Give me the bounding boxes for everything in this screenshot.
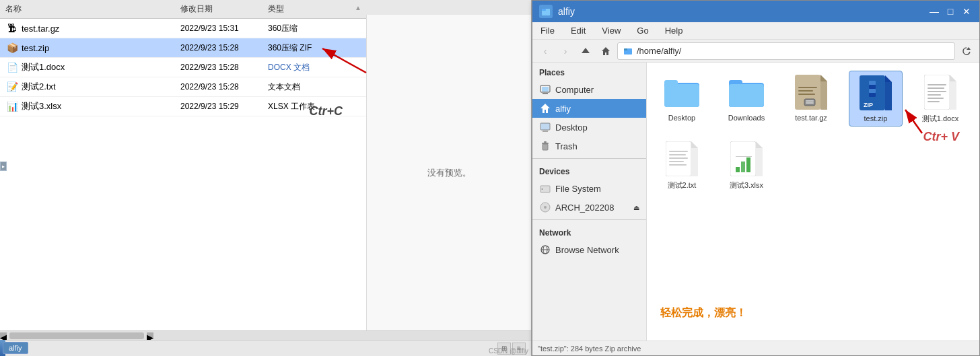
- scroll-right[interactable]: ▶: [147, 332, 153, 339]
- tar-gz-icon: [792, 73, 830, 111]
- svg-point-19: [542, 188, 543, 190]
- svg-rect-67: [669, 164, 687, 166]
- col-type-header: 类型: [262, 2, 343, 16]
- window-controls: — □ ✕: [928, 5, 973, 17]
- svg-rect-10: [542, 93, 548, 94]
- file-label: Desktop: [668, 114, 695, 122]
- close-button[interactable]: ✕: [960, 5, 973, 17]
- preview-text: 没有预览。: [427, 167, 471, 179]
- svg-marker-44: [885, 75, 892, 82]
- file-label: 测试1.docx: [922, 114, 958, 124]
- svg-rect-15: [542, 144, 548, 150]
- left-file-manager: ▸ 名称 修改日期 类型 ▲ 🗜 test.tar.gz 2022/9/23 1…: [0, 0, 532, 356]
- sidebar-item-desktop[interactable]: Desktop: [532, 118, 646, 137]
- svg-rect-73: [746, 157, 750, 172]
- svg-rect-48: [869, 89, 876, 93]
- svg-marker-35: [820, 75, 827, 81]
- svg-rect-55: [928, 87, 944, 89]
- network-icon: [539, 244, 551, 256]
- sidebar-item-alfiy[interactable]: alfiy: [532, 99, 646, 118]
- svg-rect-32: [729, 84, 764, 107]
- list-item[interactable]: Downloads: [720, 71, 773, 127]
- nav-up-button[interactable]: [577, 42, 594, 60]
- file-name-cell: 📊 测试3.xlsx: [0, 98, 175, 114]
- menu-help[interactable]: Help: [662, 24, 686, 37]
- scroll-thumb[interactable]: [9, 332, 144, 339]
- taskbar-item[interactable]: alfiy: [3, 342, 28, 354]
- expand-button[interactable]: ▸: [0, 162, 7, 171]
- list-item[interactable]: Desktop: [655, 71, 709, 127]
- path-input[interactable]: /home/alfiy/: [617, 42, 955, 60]
- svg-rect-64: [669, 154, 686, 155]
- menu-bar: File Edit View Go Help: [532, 22, 979, 40]
- sidebar-item-computer[interactable]: Computer: [532, 80, 646, 99]
- menu-edit[interactable]: Edit: [568, 24, 588, 37]
- svg-rect-14: [542, 131, 548, 132]
- maximize-button[interactable]: □: [944, 5, 956, 17]
- sidebar-label: File System: [555, 184, 601, 194]
- minimize-button[interactable]: —: [928, 5, 940, 17]
- svg-rect-38: [798, 90, 813, 92]
- window-title: alfiy: [558, 6, 575, 17]
- watermark: CSDN @alfiy: [489, 347, 528, 355]
- desktop-icon: [539, 121, 551, 133]
- folder-icon: [663, 73, 701, 111]
- right-main: Places Computer alfiy Desktop: [532, 63, 979, 341]
- svg-rect-41: [806, 100, 814, 102]
- nav-home-button[interactable]: [597, 42, 615, 60]
- sort-indicator[interactable]: ▲: [355, 0, 363, 15]
- svg-marker-52: [950, 75, 956, 81]
- svg-rect-56: [928, 91, 946, 92]
- file-name-cell: 📄 测试1.docx: [0, 59, 175, 75]
- file-name: 测试2.txt: [22, 81, 56, 93]
- copy-arrow: [309, 40, 370, 74]
- sidebar-item-trash[interactable]: Trash: [532, 137, 646, 155]
- svg-rect-46: [869, 81, 876, 85]
- title-bar: alfiy — □ ✕: [532, 1, 979, 22]
- svg-rect-49: [869, 93, 876, 97]
- file-name: 测试3.xlsx: [22, 100, 61, 112]
- svg-line-76: [905, 110, 922, 133]
- file-grid: Desktop Downloads: [647, 63, 979, 341]
- home-icon: [539, 102, 551, 114]
- eject-icon[interactable]: ⏏: [633, 204, 639, 211]
- file-name: 测试1.docx: [22, 61, 65, 73]
- zip-icon: 📦: [5, 41, 19, 55]
- file-date: 2022/9/23 15:29: [175, 100, 262, 112]
- nav-back-button[interactable]: ‹: [536, 42, 554, 60]
- svg-rect-39: [798, 94, 815, 95]
- list-item[interactable]: 测试3.xlsx: [720, 137, 773, 193]
- ctr-c-label: Ctr+C: [309, 104, 343, 118]
- file-date: 2022/9/23 15:31: [175, 22, 262, 34]
- scroll-left[interactable]: ◀: [0, 332, 7, 339]
- file-name-cell: 📦 test.zip: [0, 40, 175, 56]
- trash-icon: [539, 140, 551, 152]
- nav-forward-button[interactable]: ›: [557, 42, 574, 60]
- list-item[interactable]: test.tar.gz: [784, 71, 838, 127]
- status-bar: "test.zip": 284 bytes Zip archive: [532, 341, 979, 355]
- menu-go[interactable]: Go: [634, 24, 651, 37]
- sidebar-label: Desktop: [555, 122, 588, 133]
- folder-icon: [728, 73, 765, 111]
- svg-rect-36: [820, 81, 827, 110]
- tar-gz-icon: 🗜: [5, 22, 19, 35]
- file-name-cell: 🗜 test.tar.gz: [0, 20, 175, 36]
- horizontal-scrollbar[interactable]: ◀ ▶: [0, 330, 531, 340]
- sidebar-item-arch[interactable]: ARCH_202208 ⏏: [532, 198, 646, 217]
- list-item[interactable]: 测试2.txt: [655, 137, 709, 193]
- menu-file[interactable]: File: [538, 24, 557, 37]
- sidebar-item-browse-network[interactable]: Browse Network: [532, 240, 646, 259]
- svg-rect-54: [928, 84, 946, 85]
- svg-rect-62: [691, 148, 698, 176]
- refresh-button[interactable]: [958, 42, 975, 60]
- app-icon: [539, 5, 553, 18]
- places-title: Places: [532, 63, 646, 80]
- svg-rect-63: [669, 151, 688, 152]
- xlsx-icon: 📊: [5, 100, 19, 113]
- divider: [532, 158, 646, 159]
- svg-rect-57: [928, 94, 941, 96]
- filesystem-icon: [539, 182, 551, 194]
- menu-view[interactable]: View: [599, 24, 623, 37]
- svg-marker-61: [691, 141, 698, 148]
- sidebar-item-filesystem[interactable]: File System: [532, 179, 646, 198]
